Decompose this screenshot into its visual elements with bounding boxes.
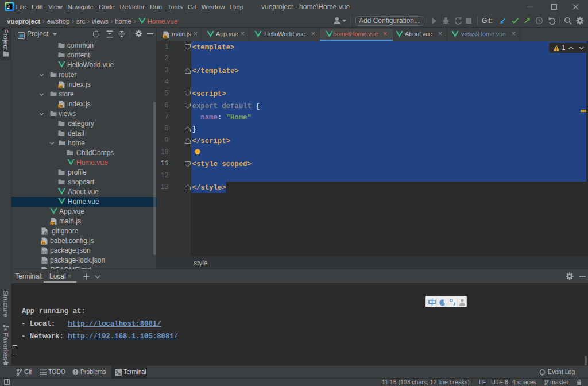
svg-text:JS: JS — [51, 222, 55, 225]
svg-text:JS: JS — [59, 85, 63, 88]
svg-text:{@}: {@} — [42, 260, 48, 264]
svg-text:JS: JS — [59, 105, 63, 108]
svg-text:JS: JS — [41, 241, 45, 245]
svg-text:{@}: {@} — [42, 250, 48, 254]
svg-text:JS: JS — [163, 35, 167, 38]
